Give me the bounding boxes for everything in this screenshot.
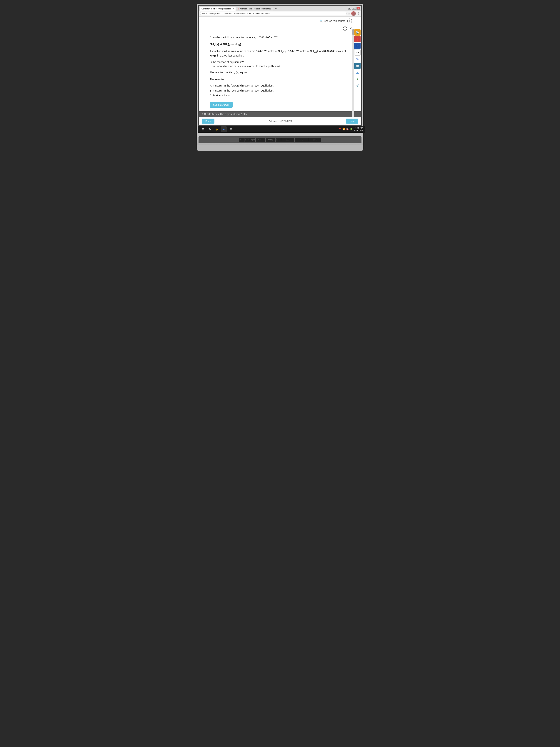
taskbar-icon-2[interactable]: ❖ xyxy=(207,126,213,132)
address-bar[interactable]: 5657571&snapshotId=1324548&id=563649000&… xyxy=(200,12,347,16)
submit-answer-button[interactable]: Submit Answer xyxy=(210,102,233,108)
pencil-icon[interactable]: ✎ xyxy=(354,56,361,62)
tab-consider-close[interactable]: ✕ xyxy=(233,7,234,10)
status-bar: 3. Q Calculations: This is group attempt… xyxy=(199,111,361,117)
menu-dots-icon[interactable]: ⋮ xyxy=(357,12,360,16)
h-button[interactable]: H xyxy=(354,43,361,49)
keyboard: f7 ← f8 ←+ f9 |◀◀ f10 ▶ ‖ f11 ▶▶| f12 → … xyxy=(198,136,362,144)
taskbar-right: ❓ 📶 🔇 🔋 1:05 PM 9/24/2019 xyxy=(339,127,363,132)
cart-icon[interactable]: 🛒 xyxy=(354,83,361,89)
equilibrium-question: Is the reaction at equilibrium? If not, … xyxy=(210,60,346,68)
tab-consider[interactable]: Consider The Following Reaction ✕ xyxy=(200,7,236,10)
search-label: Search this course xyxy=(324,20,345,22)
reaction-equation: NH4I(s) ⇌ NH3(g) + HI(g) xyxy=(210,42,346,47)
clock[interactable]: 1:05 PM 9/24/2019 xyxy=(354,127,363,132)
help-button[interactable]: ? xyxy=(347,19,352,23)
key-f12[interactable]: f12 → xyxy=(275,138,281,142)
m-icon: M xyxy=(238,7,239,10)
key-f10[interactable]: f10 ▶ ‖ xyxy=(256,138,265,142)
choice-b: B. must run in the reverse direction to … xyxy=(210,88,346,93)
laptop-bottom xyxy=(197,145,363,151)
status-text: 3. Q Calculations: This is group attempt… xyxy=(202,113,247,115)
maximize-button[interactable]: □ xyxy=(352,7,356,10)
reaction-blank-input[interactable] xyxy=(227,78,238,81)
key-delete[interactable]: delete xyxy=(308,138,321,142)
qc-input[interactable] xyxy=(249,71,271,75)
search-icon: 🔍 xyxy=(320,20,323,22)
tray-wifi-icon[interactable]: 📶 xyxy=(342,128,345,130)
avatar[interactable] xyxy=(351,11,356,16)
choices: A. must run in the forward direction to … xyxy=(210,83,346,98)
new-tab-button[interactable]: + xyxy=(273,6,278,10)
close-window-button[interactable]: ✕ xyxy=(356,7,360,10)
key-row-fn: f7 ← f8 ←+ f9 |◀◀ f10 ▶ ‖ f11 ▶▶| f12 → … xyxy=(200,138,360,142)
system-tray: ❓ 📶 🔇 🔋 xyxy=(339,128,352,130)
minimize-button[interactable]: — xyxy=(348,7,351,10)
nav-bar: Back Autosaved at 12:59 PM Next xyxy=(199,117,361,125)
key-insert[interactable]: insert xyxy=(281,138,294,142)
mixture-text: A reaction mixture was found to contain … xyxy=(210,49,346,58)
key-f11[interactable]: f11 ▶▶| xyxy=(266,138,275,142)
date-display: 9/24/2019 xyxy=(354,129,363,132)
scrollbar-thumb[interactable] xyxy=(352,29,354,35)
top-search-bar: 🔍 Search this course ? xyxy=(199,17,361,25)
taskbar: ⊞ ❖ ⚡ ● ✉ ❓ 📶 🔇 🔋 1:05 PM 9/24/2019 xyxy=(198,126,365,133)
choice-c: C. is at equilibrium. xyxy=(210,93,346,98)
tab-inbox[interactable]: M M Inbox (208) - eleganceextreme1 ✕ xyxy=(236,7,273,10)
search-this-course[interactable]: 🔍 Search this course xyxy=(320,20,345,22)
info-icon[interactable]: i xyxy=(343,26,347,31)
time-display: 1:05 PM xyxy=(355,127,363,129)
qc-label: The reaction quotient, Qc, equals . xyxy=(210,70,346,75)
key-f7[interactable]: f7 ← xyxy=(239,138,244,142)
tray-battery-icon[interactable]: 🔋 xyxy=(350,128,352,130)
reaction-label: The reaction xyxy=(210,77,346,81)
arrow-icon[interactable]: ▲ xyxy=(354,76,361,82)
taskbar-icon-lightning[interactable]: ⚡ xyxy=(214,126,220,132)
key-f8[interactable]: f8 ←+ xyxy=(244,138,250,142)
cloud-icon[interactable]: ☁ xyxy=(354,69,361,76)
question-intro: Consider the following reaction where Kc… xyxy=(210,35,346,40)
next-button[interactable]: Next xyxy=(346,119,358,124)
bookmark-icon[interactable]: ☆ xyxy=(348,12,350,15)
taskbar-chrome-icon[interactable]: ● xyxy=(221,126,227,132)
rss-icon[interactable]: 📡 xyxy=(354,29,361,35)
trackpad-indicator xyxy=(273,148,287,148)
keyboard-area: f7 ← f8 ←+ f9 |◀◀ f10 ▶ ‖ f11 ▶▶| f12 → … xyxy=(197,133,363,145)
tray-volume-icon[interactable]: 🔇 xyxy=(346,128,349,130)
choice-a: A. must run in the forward direction to … xyxy=(210,83,346,87)
info-bar: i ✕ xyxy=(199,25,361,32)
scrollbar[interactable] xyxy=(352,29,354,117)
key-f9[interactable]: f9 |◀◀ xyxy=(250,138,256,142)
alert-icon[interactable]: ❗ xyxy=(354,36,361,42)
key-prtsc[interactable]: prt sc xyxy=(295,138,308,142)
tray-question-icon[interactable]: ❓ xyxy=(339,128,341,130)
tab-inbox-close[interactable]: ✕ xyxy=(272,7,273,10)
question-area: Consider the following reaction where Kc… xyxy=(199,32,353,111)
back-button[interactable]: Back xyxy=(202,119,214,124)
sidebar-icons: 📡 ❗ H A-Z ✎ 📖 ☁ ▲ 🛒 xyxy=(354,29,361,89)
windows-start-icon[interactable]: ⊞ xyxy=(200,126,206,132)
tab-consider-label: Consider The Following Reaction xyxy=(202,7,232,10)
close-icon[interactable]: ✕ xyxy=(349,26,352,31)
book-icon[interactable]: 📖 xyxy=(354,62,361,69)
autosaved-text: Autosaved at 12:59 PM xyxy=(269,120,292,123)
taskbar-mail-icon[interactable]: ✉ xyxy=(228,126,234,132)
az-button[interactable]: A-Z xyxy=(354,49,361,56)
tab-inbox-label: M Inbox (208) - eleganceextreme1 xyxy=(240,7,271,10)
